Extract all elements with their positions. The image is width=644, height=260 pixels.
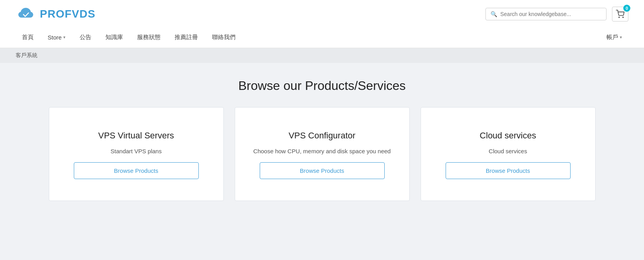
- nav-item-service-status[interactable]: 服務狀態: [131, 28, 167, 48]
- nav-left: 首頁 Store ▾ 公告 知識庫 服務狀態 推薦註冊 聯絡我們: [16, 28, 242, 48]
- page-title: Browse our Products/Services: [16, 79, 628, 93]
- cart-icon: [616, 10, 624, 18]
- card-vps-virtual-title: VPS Virtual Servers: [98, 131, 174, 141]
- cards-container: VPS Virtual Servers Standart VPS plans B…: [49, 107, 596, 201]
- search-icon: 🔍: [491, 11, 497, 17]
- nav-item-contact[interactable]: 聯絡我們: [206, 28, 242, 48]
- header-top: PROFVDS 🔍 0: [16, 0, 628, 28]
- browse-products-cloud-services-button[interactable]: Browse Products: [446, 162, 571, 179]
- card-cloud-services-desc: Cloud services: [489, 147, 527, 156]
- nav-item-home[interactable]: 首頁: [16, 28, 40, 48]
- svg-point-0: [619, 17, 619, 18]
- browse-products-vps-configurator-button[interactable]: Browse Products: [260, 162, 385, 179]
- search-input[interactable]: [500, 11, 601, 17]
- logo[interactable]: PROFVDS: [16, 5, 95, 23]
- nav-item-store[interactable]: Store ▾: [41, 29, 72, 47]
- nav-item-register[interactable]: 推薦註冊: [168, 28, 204, 48]
- header-right: 🔍 0: [485, 7, 628, 22]
- card-vps-configurator: VPS Configurator Choose how CPU, memory …: [235, 107, 410, 201]
- nav-item-knowledge[interactable]: 知識庫: [99, 28, 129, 48]
- card-vps-configurator-desc: Choose how CPU, memory and disk space yo…: [253, 147, 391, 156]
- store-chevron-icon: ▾: [63, 35, 66, 40]
- browse-products-vps-virtual-button[interactable]: Browse Products: [74, 162, 199, 179]
- logo-text: PROFVDS: [40, 8, 95, 20]
- search-box[interactable]: 🔍: [485, 8, 607, 20]
- nav-item-announcements[interactable]: 公告: [73, 28, 98, 48]
- card-vps-configurator-title: VPS Configurator: [289, 131, 355, 141]
- card-vps-virtual-desc: Standart VPS plans: [111, 147, 162, 156]
- logo-icon: [16, 5, 36, 23]
- nav-item-account[interactable]: 帳戶 ▾: [600, 28, 628, 48]
- cart-button[interactable]: 0: [612, 7, 628, 22]
- main-nav: 首頁 Store ▾ 公告 知識庫 服務狀態 推薦註冊 聯絡我們: [16, 28, 628, 48]
- nav-right: 帳戶 ▾: [600, 28, 628, 48]
- card-vps-virtual: VPS Virtual Servers Standart VPS plans B…: [49, 107, 224, 201]
- main-content: Browse our Products/Services VPS Virtual…: [0, 63, 644, 224]
- card-cloud-services: Cloud services Cloud services Browse Pro…: [421, 107, 596, 201]
- cart-badge: 0: [623, 5, 630, 12]
- card-cloud-services-title: Cloud services: [480, 131, 536, 141]
- header: PROFVDS 🔍 0 首頁 Store: [0, 0, 644, 48]
- svg-point-1: [623, 17, 623, 18]
- account-chevron-icon: ▾: [620, 35, 622, 40]
- breadcrumb: 客戶系統: [0, 48, 644, 63]
